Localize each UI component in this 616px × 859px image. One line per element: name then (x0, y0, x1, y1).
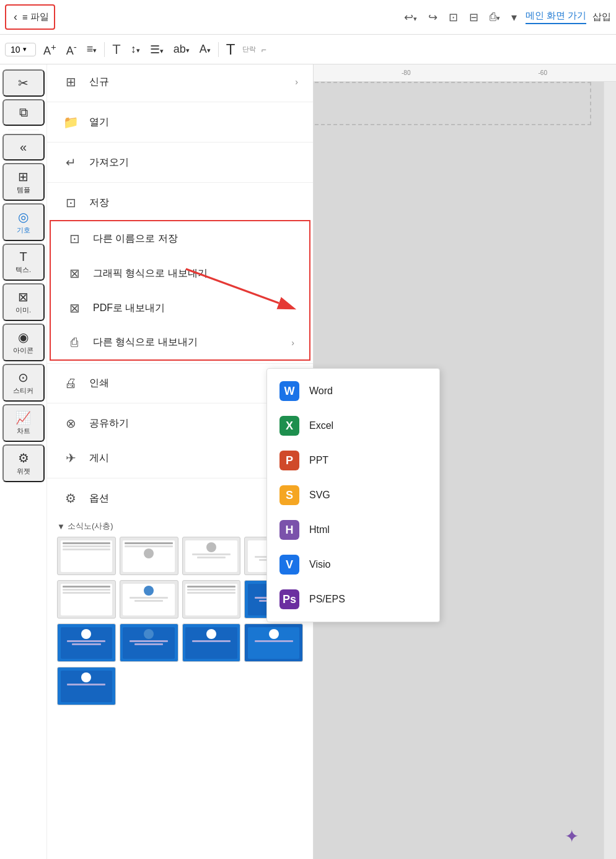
list-button[interactable]: ☰▾ (147, 42, 166, 58)
save-button[interactable]: ⊡ (446, 8, 460, 27)
word-icon: W (279, 381, 299, 401)
export-svg-button[interactable]: S SVG (267, 478, 439, 513)
menu-item-import[interactable]: ↵ 가져오기 (47, 145, 313, 180)
font-size-dropdown-icon: ▾ (23, 45, 27, 53)
text-style-button[interactable]: T (110, 40, 123, 59)
format-toolbar: 10 ▾ A+ A- ≡▾ T ↕▾ ☰▾ ab▾ A▾ T 단락 ⌐ (0, 35, 616, 64)
ruler-mark: -80 (338, 69, 475, 76)
line-spacing-button[interactable]: ↕▾ (128, 42, 143, 57)
font-size-control[interactable]: 10 ▾ (5, 43, 36, 56)
magic-wand-button[interactable]: ✦ (565, 826, 579, 847)
menu-item-open[interactable]: 📁 열기 (47, 105, 313, 139)
menu-export-pdf-label: PDF로 내보내기 (93, 302, 294, 315)
sidebar-item-cut[interactable]: ✂ (2, 69, 45, 97)
sidebar-chart-label: 차트 (17, 426, 30, 436)
export-ppt-label: PPT (309, 455, 328, 466)
decrease-font-button[interactable]: A- (64, 40, 79, 59)
sidebar-divider-1 (8, 130, 39, 130)
import-icon: ↵ (62, 155, 79, 170)
visio-icon: V (279, 555, 299, 575)
sidebar-text-label: 텍스. (15, 265, 31, 275)
back-button[interactable]: ‹ (11, 8, 20, 26)
symbol-icon: ◎ (18, 209, 29, 224)
save-icon: ⊡ (62, 195, 79, 210)
menu-export-other-label: 다른 형식으로 내보내기 (93, 336, 281, 349)
template-grid-3 (57, 623, 303, 662)
export-visio-label: Visio (309, 559, 330, 570)
menu-item-export-other[interactable]: ⎙ 다른 형식으로 내보내기 › (51, 325, 309, 359)
template-thumb-9[interactable] (57, 623, 116, 662)
template-thumb-3[interactable] (182, 537, 241, 575)
new-icon: ⊞ (62, 74, 79, 89)
arrow-icon: › (295, 77, 298, 87)
ppt-icon: P (279, 451, 299, 470)
export-pseps-label: PS/EPS (309, 594, 345, 605)
align-button[interactable]: ≡▾ (84, 42, 100, 57)
text-large-button[interactable]: T (224, 40, 238, 59)
export-other-icon: ⎙ (66, 335, 83, 350)
template-thumb-10[interactable] (120, 623, 178, 662)
sidebar-item-text[interactable]: T 텍스. (2, 244, 45, 281)
text-icon: T (19, 250, 27, 264)
sidebar-item-sticker[interactable]: ⊙ 스티커 (2, 364, 45, 402)
main-layout: ✂ ⧉ « ⊞ 템플 ◎ 기호 T 텍스. ⊠ 이미. ◉ 아이콘 ⊙ (0, 64, 616, 859)
increase-font-button[interactable]: A+ (41, 40, 59, 59)
menu-item-save[interactable]: ⊡ 저장 (47, 185, 313, 220)
icon-icon: ◉ (18, 330, 29, 345)
export-visio-button[interactable]: V Visio (267, 547, 439, 582)
sidebar-item-widget[interactable]: ⚙ 위젯 (2, 444, 45, 482)
sidebar-item-image[interactable]: ⊠ 이미. (2, 283, 45, 321)
font-color-button[interactable]: A▾ (197, 42, 213, 57)
template-thumb-7[interactable] (182, 580, 241, 619)
export-html-button[interactable]: H Html (267, 513, 439, 547)
toolbar-divider-1 (104, 42, 105, 57)
sidebar-collapse-button[interactable]: « (2, 134, 45, 161)
share-button[interactable]: ⎙▾ (487, 8, 503, 26)
template-collapse-icon: ▼ (57, 522, 65, 531)
svg-icon: S (279, 485, 299, 505)
main-go-button[interactable]: 메인 화면 가기 (526, 10, 586, 24)
vertical-scrollbar[interactable] (604, 82, 616, 859)
highlighted-menu-section: ⊡ 다른 이름으로 저장 ⊠ 그래픽 형식으로 내보내기 ⊠ PDF로 내보내기… (50, 220, 310, 361)
sidebar-item-copy[interactable]: ⧉ (2, 99, 45, 126)
export-ppt-button[interactable]: P PPT (267, 443, 439, 478)
export-word-button[interactable]: W Word (267, 374, 439, 408)
file-menu-button[interactable]: ≡ 파일 (22, 11, 49, 23)
export-excel-button[interactable]: X Excel (267, 408, 439, 443)
menu-item-new[interactable]: ⊞ 신규 › (47, 64, 313, 99)
menu-open-label: 열기 (89, 116, 298, 129)
collapse-icon: « (20, 140, 27, 154)
export-svg-label: SVG (309, 490, 330, 501)
file-menu-trigger[interactable]: ‹ ≡ 파일 (5, 4, 55, 30)
menu-new-label: 신규 (89, 76, 285, 89)
widget-icon: ⚙ (18, 451, 29, 465)
template-thumb-1[interactable] (57, 537, 116, 575)
menu-item-export-pdf[interactable]: ⊠ PDF로 내보내기 (51, 291, 309, 325)
sidebar-template-label: 템플 (17, 185, 30, 195)
insert-button[interactable]: 삽입 (592, 11, 611, 23)
template-thumb-5[interactable] (57, 580, 116, 619)
toolbar-divider-2 (218, 42, 219, 57)
ruler-mark: -60 (475, 69, 612, 76)
paragraph-settings-icon: ⌐ (261, 45, 266, 55)
undo-button[interactable]: ↩▾ (402, 8, 420, 27)
sidebar-item-template[interactable]: ⊞ 템플 (2, 163, 45, 201)
sidebar-item-chart[interactable]: 📈 차트 (2, 404, 45, 442)
template-thumb-12[interactable] (244, 623, 303, 662)
strikethrough-button[interactable]: ab▾ (171, 42, 192, 57)
sidebar-widget-label: 위젯 (17, 467, 30, 476)
menu-divider-4 (47, 363, 313, 364)
html-icon: H (279, 520, 299, 540)
menu-item-export-graphic[interactable]: ⊠ 그래픽 형식으로 내보내기 (51, 256, 309, 291)
template-thumb-2[interactable] (120, 537, 178, 575)
sidebar-item-icon[interactable]: ◉ 아이콘 (2, 324, 45, 361)
template-thumb-11[interactable] (182, 623, 241, 662)
print-button[interactable]: ⊟ (467, 8, 481, 27)
menu-item-save-as[interactable]: ⊡ 다른 이름으로 저장 (51, 221, 309, 256)
more-button[interactable]: ▾ (509, 8, 519, 27)
template-thumb-6[interactable] (120, 580, 178, 619)
sidebar-item-symbol[interactable]: ◎ 기호 (2, 203, 45, 241)
export-pseps-button[interactable]: Ps PS/EPS (267, 582, 439, 617)
redo-button[interactable]: ↪ (426, 8, 440, 27)
template-thumb-13[interactable] (57, 667, 116, 705)
